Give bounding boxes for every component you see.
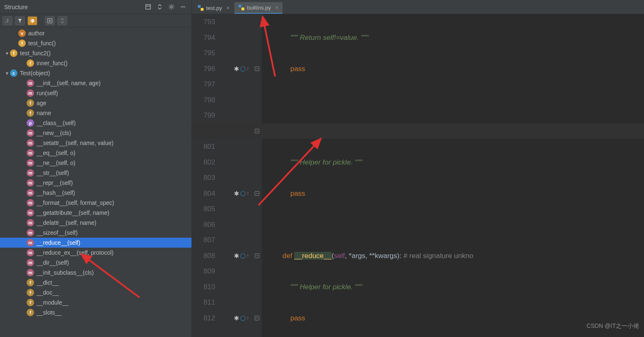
tree-item[interactable]: m__str__(self) <box>0 168 192 178</box>
tree-item[interactable]: fage <box>0 98 192 108</box>
scroll-icon[interactable] <box>155 2 164 12</box>
collapse-icon[interactable] <box>143 2 152 12</box>
line-number: 793 <box>192 14 215 30</box>
tree-item[interactable]: m__dir__(self) <box>0 258 192 268</box>
tree-item[interactable]: ▼ftest_func2() <box>0 48 192 58</box>
fields-icon[interactable]: f <box>27 16 37 25</box>
tree-item-label: __doc__ <box>37 289 59 296</box>
tree-item-label: __str__(self) <box>37 170 69 176</box>
tree-item-label: __dict__ <box>37 279 59 286</box>
close-icon[interactable]: × <box>275 4 278 11</box>
tree-item[interactable]: m__repr__(self) <box>0 178 192 188</box>
fold-toggle[interactable] <box>252 123 262 139</box>
filter-icon[interactable] <box>15 16 25 25</box>
fold-toggle[interactable] <box>252 186 262 202</box>
line-number: 804 <box>192 186 215 202</box>
fold-toggle[interactable] <box>252 248 262 264</box>
tree-item[interactable]: ftest_func() <box>0 38 192 48</box>
editor-tab[interactable]: test.py× <box>194 2 234 14</box>
code-area[interactable]: 7937947957967977987998008018028038048058… <box>192 14 644 337</box>
gutter-mark <box>222 295 252 310</box>
tree-item[interactable]: m__init_subclass__(cls) <box>0 268 192 278</box>
hide-icon[interactable] <box>178 2 187 12</box>
fold-toggle[interactable] <box>252 92 262 108</box>
tree-item[interactable]: f__doc__ <box>0 288 192 298</box>
fd-icon: f <box>27 309 34 316</box>
tree-item[interactable]: f__dict__ <box>0 278 192 288</box>
tree-item-label: __reduce__(self) <box>37 239 80 246</box>
tree-item[interactable]: fname <box>0 108 192 118</box>
fold-toggle[interactable] <box>252 201 262 217</box>
c-icon: c <box>10 69 17 77</box>
tree-item[interactable]: ▼cTest(object) <box>0 68 192 78</box>
tree-item[interactable]: m__new__(cls) <box>0 128 192 138</box>
fold-toggle[interactable] <box>252 310 262 326</box>
tree-item-label: __delattr__(self, name) <box>37 219 96 226</box>
fold-toggle[interactable] <box>252 279 262 295</box>
tree-item[interactable]: mrun(self) <box>0 88 192 98</box>
tree-item[interactable]: m__ne__(self, o) <box>0 158 192 168</box>
autoscroll-icon[interactable] <box>57 16 67 25</box>
tree-item-label: run(self) <box>37 90 58 96</box>
fold-toggle[interactable] <box>252 155 262 170</box>
tree-item[interactable]: finner_func() <box>0 58 192 68</box>
structure-toolbar: ↓az f <box>0 14 192 27</box>
tree-item-label: __eq__(self, o) <box>37 150 75 156</box>
tree-item[interactable]: m__setattr__(self, name, value) <box>0 138 192 148</box>
line-number: 811 <box>192 295 215 310</box>
gutter-mark <box>222 155 252 170</box>
tree-item[interactable]: f__module__ <box>0 298 192 307</box>
line-number: 805 <box>192 201 215 217</box>
watermark: CSDN @IT之一小佬 <box>587 318 639 334</box>
tree-item[interactable]: m__hash__(self) <box>0 188 192 198</box>
p-icon: p <box>27 119 34 127</box>
structure-tree[interactable]: vauthorftest_func()▼ftest_func2()finner_… <box>0 27 192 337</box>
tree-item-label: test_func2() <box>20 50 51 57</box>
tree-item[interactable]: f__slots__ <box>0 307 192 317</box>
tree-item-label: __hash__(self) <box>37 189 75 196</box>
tree-item-label: __class__(self) <box>37 120 76 126</box>
editor-tab[interactable]: builtins.py× <box>234 2 283 14</box>
fold-toggle[interactable] <box>252 217 262 233</box>
fold-toggle[interactable] <box>252 139 262 155</box>
chevron-down-icon[interactable]: ▼ <box>4 71 10 76</box>
tree-item[interactable]: m__init__(self, name, age) <box>0 78 192 88</box>
tree-item-label: name <box>37 110 51 116</box>
chevron-down-icon[interactable]: ▼ <box>4 51 10 56</box>
tree-item[interactable]: m__getattribute__(self, name) <box>0 208 192 218</box>
fold-toggle[interactable] <box>252 61 262 77</box>
code-content[interactable]: """ Return self!=value. """ pass def __r… <box>262 14 644 337</box>
fold-toggle[interactable] <box>252 108 262 123</box>
tab-label: builtins.py <box>247 5 271 11</box>
m-icon: m <box>27 269 34 276</box>
tree-item[interactable]: m__eq__(self, o) <box>0 148 192 158</box>
close-icon[interactable]: × <box>226 5 229 11</box>
fold-toggle[interactable] <box>252 45 262 61</box>
fold-toggle[interactable] <box>252 295 262 310</box>
line-number: 808 <box>192 248 215 264</box>
fold-gutter[interactable] <box>252 14 262 337</box>
tree-item[interactable]: m__reduce_ex__(self, protocol) <box>0 248 192 258</box>
line-number: 795 <box>192 45 215 61</box>
fold-toggle[interactable] <box>252 232 262 248</box>
fold-toggle[interactable] <box>252 170 262 186</box>
tree-item[interactable]: m__reduce__(self) <box>0 238 192 248</box>
tree-item-label: __init_subclass__(cls) <box>37 269 94 276</box>
fold-toggle[interactable] <box>252 14 262 30</box>
tree-item-label: __format__(self, format_spec) <box>37 199 114 206</box>
sort-az-icon[interactable]: ↓az <box>2 16 12 25</box>
tree-item-label: test_func() <box>28 40 56 47</box>
fd-icon: f <box>27 279 34 286</box>
fold-toggle[interactable] <box>252 30 262 46</box>
fold-toggle[interactable] <box>252 263 262 279</box>
tree-item[interactable]: m__sizeof__(self) <box>0 228 192 238</box>
tree-item[interactable]: m__format__(self, format_spec) <box>0 198 192 208</box>
m-icon: m <box>27 239 34 246</box>
expand-icon[interactable] <box>45 16 55 25</box>
tree-item[interactable]: vauthor <box>0 28 192 38</box>
fold-toggle[interactable] <box>252 76 262 92</box>
tree-item[interactable]: m__delattr__(self, name) <box>0 218 192 228</box>
gear-icon[interactable] <box>167 2 176 12</box>
fd-icon: f <box>27 289 34 296</box>
tree-item[interactable]: p__class__(self) <box>0 118 192 128</box>
